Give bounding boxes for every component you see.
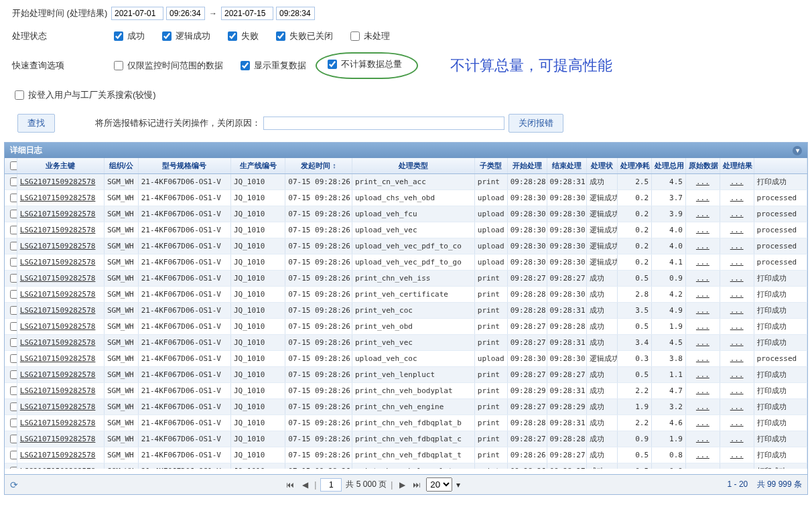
cell-rawdata-link[interactable]: ... <box>685 254 720 271</box>
cell-business-key[interactable]: LSG21071509282578 <box>17 271 104 287</box>
quick-time-range-checkbox[interactable] <box>114 61 123 70</box>
table-row[interactable]: LSG21071509282578SGM_WH21-4KF067D06-OS1-… <box>5 335 807 351</box>
table-row[interactable]: LSG21071509282578SGM_WH21-4KF067D06-OS1-… <box>5 399 807 415</box>
cell-rawdata-link[interactable]: ... <box>685 399 720 415</box>
cell-rawdata-link[interactable]: ... <box>685 222 720 238</box>
row-checkbox[interactable] <box>10 322 17 331</box>
column-header[interactable]: 处理结果 <box>720 158 754 174</box>
row-checkbox[interactable] <box>10 177 17 186</box>
cell-result-link[interactable]: ... <box>720 271 754 287</box>
table-scroll-container[interactable]: 业务主键组织/公型号规格编号生产线编号发起时间 ↕处理类型子类型开始处理结束处理… <box>5 158 807 469</box>
pager-next-icon[interactable]: ▶ <box>397 480 407 490</box>
cell-business-key[interactable]: LSG21071509282578 <box>17 254 104 271</box>
cell-rawdata-link[interactable]: ... <box>685 287 720 303</box>
row-checkbox[interactable] <box>10 338 17 347</box>
row-checkbox[interactable] <box>10 451 17 459</box>
cell-business-key[interactable]: LSG21071509282578 <box>17 351 104 367</box>
cell-result-link[interactable]: ... <box>720 399 754 415</box>
status-logic-success-checkbox[interactable] <box>162 31 172 41</box>
column-header[interactable]: 结束处理 <box>547 158 586 174</box>
pager-page-input[interactable] <box>320 478 342 492</box>
cell-rawdata-link[interactable]: ... <box>685 190 720 206</box>
row-checkbox[interactable] <box>10 274 17 283</box>
cell-result-link[interactable]: ... <box>720 238 754 254</box>
table-row[interactable]: LSG21071509282578SGM_WH21-4KF067D06-OS1-… <box>5 383 807 399</box>
cell-business-key[interactable]: LSG21071509282578 <box>17 447 104 463</box>
close-error-button[interactable]: 关闭报错 <box>509 114 563 133</box>
row-checkbox[interactable] <box>10 242 17 250</box>
row-checkbox[interactable] <box>10 402 17 411</box>
table-row[interactable]: LSG21071509282578SGM_WH21-4KF067D06-OS1-… <box>5 238 807 254</box>
cell-rawdata-link[interactable]: ... <box>685 335 720 351</box>
collapse-icon[interactable]: ▾ <box>793 146 802 155</box>
row-checkbox[interactable] <box>10 258 17 267</box>
table-row[interactable]: LSG21071509282578SGM_WH21-4KF067D06-OS1-… <box>5 254 807 271</box>
time-to-input[interactable] <box>276 7 315 20</box>
column-header[interactable] <box>5 158 17 174</box>
row-checkbox[interactable] <box>10 419 17 427</box>
column-header[interactable]: 原始数据 <box>685 158 720 174</box>
table-row[interactable]: LSG21071509282578SGM_WH21-4KF067D06-OS1-… <box>5 222 807 238</box>
status-fail-closed-checkbox[interactable] <box>276 31 285 41</box>
table-row[interactable]: LSG21071509282578SGM_WH21-4KF067D06-OS1-… <box>5 367 807 383</box>
horizontal-scrollbar[interactable] <box>5 469 807 474</box>
cell-rawdata-link[interactable]: ... <box>685 415 720 431</box>
cell-business-key[interactable]: LSG21071509282578 <box>17 383 104 399</box>
cell-rawdata-link[interactable]: ... <box>685 463 720 469</box>
row-checkbox[interactable] <box>10 354 17 363</box>
cell-result-link[interactable]: ... <box>720 222 754 238</box>
cell-business-key[interactable]: LSG21071509282578 <box>17 238 104 254</box>
row-checkbox[interactable] <box>10 386 17 395</box>
table-row[interactable]: LSG21071509282578SGM_WH21-4KF067D06-OS1-… <box>5 351 807 367</box>
table-row[interactable]: LSG21071509282578SGM_WH21-4KF067D06-OS1-… <box>5 463 807 469</box>
cell-business-key[interactable]: LSG21071509282578 <box>17 399 104 415</box>
cell-rawdata-link[interactable]: ... <box>685 447 720 463</box>
cell-business-key[interactable]: LSG21071509282578 <box>17 222 104 238</box>
cell-result-link[interactable]: ... <box>720 431 754 447</box>
row-checkbox[interactable] <box>10 467 17 469</box>
cell-result-link[interactable]: ... <box>720 287 754 303</box>
column-header[interactable]: 生产线编号 <box>230 158 285 174</box>
table-row[interactable]: LSG21071509282578SGM_WH21-4KF067D06-OS1-… <box>5 206 807 222</box>
cell-result-link[interactable]: ... <box>720 254 754 271</box>
cell-rawdata-link[interactable]: ... <box>685 206 720 222</box>
time-from-input[interactable] <box>166 7 205 20</box>
column-header[interactable]: 处理状 <box>586 158 618 174</box>
row-checkbox[interactable] <box>10 194 17 202</box>
table-row[interactable]: LSG21071509282578SGM_WH21-4KF067D06-OS1-… <box>5 190 807 206</box>
cell-rawdata-link[interactable]: ... <box>685 319 720 335</box>
pager-last-icon[interactable]: ⏭ <box>411 480 422 490</box>
select-all-checkbox[interactable] <box>10 161 17 170</box>
row-checkbox[interactable] <box>10 290 17 299</box>
cell-business-key[interactable]: LSG21071509282578 <box>17 431 104 447</box>
column-header[interactable]: 发起时间 ↕ <box>285 158 352 174</box>
quick-show-dup-checkbox[interactable] <box>241 61 250 70</box>
cell-result-link[interactable]: ... <box>720 415 754 431</box>
cell-business-key[interactable]: LSG21071509282578 <box>17 463 104 469</box>
cell-business-key[interactable]: LSG21071509282578 <box>17 335 104 351</box>
column-header[interactable]: 业务主键 <box>17 158 104 174</box>
cell-business-key[interactable]: LSG21071509282578 <box>17 319 104 335</box>
cell-result-link[interactable]: ... <box>720 351 754 367</box>
login-relation-checkbox[interactable] <box>15 90 24 100</box>
cell-result-link[interactable]: ... <box>720 303 754 319</box>
cell-result-link[interactable]: ... <box>720 335 754 351</box>
cell-business-key[interactable]: LSG21071509282578 <box>17 287 104 303</box>
row-checkbox[interactable] <box>10 435 17 443</box>
search-button[interactable]: 查找 <box>17 114 55 133</box>
column-header[interactable]: 子类型 <box>474 158 507 174</box>
cell-rawdata-link[interactable]: ... <box>685 431 720 447</box>
date-to-input[interactable] <box>221 7 273 20</box>
cell-business-key[interactable]: LSG21071509282578 <box>17 415 104 431</box>
column-header[interactable]: 处理类型 <box>352 158 474 174</box>
cell-result-link[interactable]: ... <box>720 190 754 206</box>
column-header[interactable]: 开始处理 <box>507 158 547 174</box>
cell-business-key[interactable]: LSG21071509282578 <box>17 303 104 319</box>
table-row[interactable]: LSG21071509282578SGM_WH21-4KF067D06-OS1-… <box>5 271 807 287</box>
table-row[interactable]: LSG21071509282578SGM_WH21-4KF067D06-OS1-… <box>5 287 807 303</box>
table-row[interactable]: LSG21071509282578SGM_WH21-4KF067D06-OS1-… <box>5 447 807 463</box>
cell-rawdata-link[interactable]: ... <box>685 351 720 367</box>
cell-rawdata-link[interactable]: ... <box>685 303 720 319</box>
cell-result-link[interactable]: ... <box>720 174 754 190</box>
close-reason-input[interactable] <box>263 117 504 130</box>
